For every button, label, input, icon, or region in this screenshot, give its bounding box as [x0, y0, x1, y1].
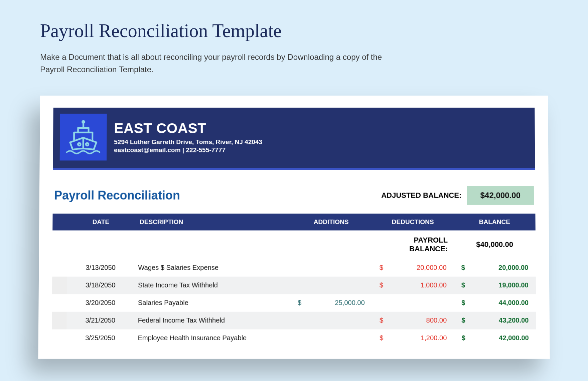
adjusted-balance-value: $42,000.00: [467, 186, 534, 205]
svg-point-1: [83, 121, 85, 123]
table-row: 3/20/2050Salaries Payable$25,000.00$44,0…: [52, 294, 536, 312]
reconciliation-table: DATE DESCRIPTION ADDITIONS DEDUCTIONS BA…: [52, 214, 536, 347]
table-row: 3/25/2050Employee Health Insurance Payab…: [52, 329, 536, 347]
col-deductions: DEDUCTIONS: [372, 214, 454, 230]
company-logo: [60, 114, 107, 160]
cell-description: Employee Health Insurance Payable: [134, 329, 290, 347]
cell-date: 3/25/2050: [66, 329, 134, 347]
cell-description: Wages $ Salaries Expense: [134, 259, 290, 276]
cell-deductions: [372, 294, 454, 312]
table-row: 3/13/2050Wages $ Salaries Expense$20,000…: [52, 259, 536, 276]
cell-description: State Income Tax Withheld: [134, 277, 290, 294]
col-additions: ADDITIONS: [290, 214, 372, 230]
cell-deductions: $800.00: [372, 312, 454, 330]
cell-deductions: $20,000.00: [372, 259, 454, 276]
cell-description: Federal Income Tax Withheld: [134, 312, 290, 330]
table-row: 3/18/2050State Income Tax Withheld$1,000…: [52, 277, 536, 294]
cell-balance: $42,000.00: [454, 329, 536, 347]
cell-balance: $43,200.00: [454, 312, 536, 330]
adjusted-balance-label: ADJUSTED BALANCE:: [381, 186, 467, 205]
svg-point-3: [86, 143, 89, 146]
cell-additions: [290, 277, 372, 294]
company-banner: EAST COAST 5294 Luther Garreth Drive, To…: [53, 108, 535, 170]
company-name: EAST COAST: [114, 120, 262, 136]
cell-additions: [290, 259, 372, 276]
payroll-balance-value: $40,000.00: [454, 231, 536, 259]
col-date: DATE: [67, 214, 134, 230]
cell-date: 3/20/2050: [67, 294, 134, 312]
document-preview: EAST COAST 5294 Luther Garreth Drive, To…: [38, 96, 550, 359]
cell-balance: $44,000.00: [454, 294, 536, 312]
section-title: Payroll Reconciliation: [54, 188, 180, 203]
col-description: DESCRIPTION: [134, 214, 290, 230]
table-row: 3/21/2050Federal Income Tax Withheld$800…: [52, 312, 536, 330]
cell-deductions: $1,200.00: [372, 329, 454, 347]
cell-additions: [290, 312, 372, 330]
cell-description: Salaries Payable: [134, 294, 290, 312]
cell-additions: $25,000.00: [290, 294, 372, 312]
cell-additions: [290, 329, 372, 347]
cell-date: 3/18/2050: [67, 277, 134, 294]
page-description: Make a Document that is all about reconc…: [40, 51, 408, 76]
col-balance: BALANCE: [454, 214, 536, 230]
cell-deductions: $1,000.00: [372, 277, 454, 294]
svg-point-2: [78, 143, 81, 146]
company-contact: eastcoast@email.com | 222-555-7777: [114, 147, 262, 154]
cell-date: 3/21/2050: [67, 312, 134, 330]
payroll-balance-label: PAYROLL BALANCE:: [372, 231, 454, 259]
ship-icon: [63, 117, 103, 157]
page-title: Payroll Reconciliation Template: [40, 20, 548, 41]
cell-balance: $20,000.00: [454, 259, 536, 276]
cell-balance: $19,000.00: [454, 277, 536, 294]
cell-date: 3/13/2050: [67, 259, 134, 276]
company-address: 5294 Luther Garreth Drive, Toms, River, …: [114, 139, 262, 146]
